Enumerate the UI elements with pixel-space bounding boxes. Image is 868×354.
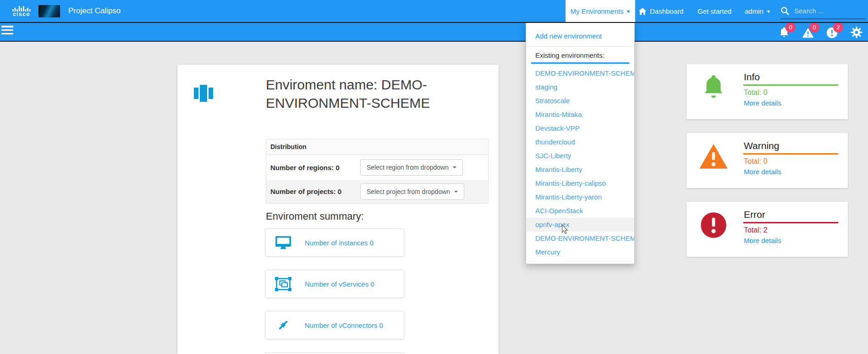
regions-label: Number of regions: 0 [270,164,360,171]
environment-menu-item-hovered[interactable]: opnfv-apex [526,218,634,232]
warning-triangle-icon [698,141,729,171]
nav-dashboard[interactable]: Dashboard [638,0,683,22]
errors-badge: 2 [833,22,843,33]
add-new-environment-link[interactable]: Add new environment [526,28,634,44]
summary-card-label: Number of instances 0 [305,239,374,247]
error-circle-icon [698,210,729,240]
summary-card-partial[interactable] [265,352,404,354]
status-card-underline [743,222,838,223]
warning-status-card: Warning Total: 0 More details [687,133,848,188]
summary-card-label: Number of vConnectors 0 [305,321,383,329]
mouse-cursor [561,225,568,236]
status-card-total: Total: 0 [744,88,768,97]
top-navbar: cisco Project Calipso My Environments Da… [0,0,868,22]
dashboard-label: Dashboard [650,7,683,15]
menu-hamburger-button[interactable] [1,26,14,38]
status-card-total: Total: 0 [744,157,768,166]
select-project-dropdown-button[interactable]: Select project from dropdown [360,183,464,200]
nav-my-environments[interactable]: My Environments [566,0,635,22]
vservices-icon [274,277,292,291]
toolbar-status-icons: 0 0 2 [778,23,863,41]
status-card-underline [743,153,838,155]
summary-card-vconnectors[interactable]: Number of vConnectors 0 [265,311,404,339]
home-icon [638,7,647,15]
vconnectors-icon [274,318,292,332]
status-card-total: Total: 2 [744,226,768,234]
environment-menu-item[interactable]: DEMO-ENVIRONMENT-SCHEME [526,66,634,80]
select-project-label: Select project from dropdown [367,188,450,195]
environment-menu-item[interactable]: SJC-Liberty [526,149,634,163]
more-details-link[interactable]: More details [744,237,781,244]
summary-card-vservices[interactable]: Number of vServices 0 [265,270,404,298]
environment-menu-item[interactable]: Mirantis-Liberty-yaron [526,190,634,204]
cisco-wordmark: cisco [13,12,30,17]
notifications-button[interactable]: 0 [778,26,790,39]
existing-environments-label: Existing environments: [526,51,634,62]
environment-carousel-icon [194,85,213,104]
menu-divider [526,46,634,47]
distribution-header: Distribution [266,139,488,155]
chevron-down-icon [767,11,770,13]
get-started-label: Get started [698,7,731,15]
errors-button[interactable]: 2 [826,26,838,39]
chevron-down-icon [453,166,456,168]
environment-menu-item[interactable]: Stratoscale [526,94,634,108]
existing-environments-underline [531,62,629,64]
environment-menu-item[interactable]: Mirantis-Liberty-calipso [526,177,634,190]
environment-menu-item[interactable]: Mirantis-Mitaka [526,108,634,122]
select-region-dropdown-button[interactable]: Select region from dropdown [360,159,463,176]
my-environments-label: My Environments [571,7,624,15]
app-title: Project Calipso [68,6,121,16]
environments-dropdown-menu: Add new environment Existing environment… [526,23,635,264]
warnings-button[interactable]: 0 [802,26,814,39]
status-card-title: Info [744,72,760,83]
distribution-row-projects: Number of projects: 0 Select project fro… [266,180,488,203]
environment-menu-item[interactable]: thundercloud [526,135,634,149]
info-bell-icon [698,72,729,103]
environment-card: Enviroment name: DEMO-ENVIRONMENT-SCHEME… [177,65,499,354]
distribution-row-regions: Number of regions: 0 Select region from … [266,155,488,180]
environment-menu-item[interactable]: Mirantis-Liberty [526,163,634,177]
username-label: admin [745,7,764,15]
search-box [780,3,866,19]
status-card-title: Warning [744,140,779,151]
environment-menu-item[interactable]: ACI-OpenStack [526,204,634,218]
select-region-label: Select region from dropdown [367,164,449,171]
cisco-bars-icon [12,6,31,11]
environment-menu-item[interactable]: Devstack-VPP [526,122,634,135]
nav-get-started[interactable]: Get started [698,0,731,22]
more-details-link[interactable]: More details [744,168,781,176]
summary-card-instances[interactable]: Number of instances 0 [265,228,404,257]
environment-title: Enviroment name: DEMO-ENVIRONMENT-SCHEME [266,76,464,112]
secondary-toolbar: 0 0 2 [0,23,868,42]
cisco-logo: cisco [11,6,32,17]
brand-group: cisco Project Calipso [11,0,121,22]
status-card-title: Error [744,209,765,220]
environment-summary-heading: Enviroment summary: [266,210,364,222]
chevron-down-icon [626,11,630,13]
monitor-icon [274,236,292,250]
nav-user-menu[interactable]: admin [745,0,770,22]
notifications-badge: 0 [786,22,796,33]
warnings-badge: 0 [809,22,819,33]
brand-thumbnail-image [38,5,60,17]
status-card-underline [743,84,838,86]
gear-icon [851,26,863,39]
distribution-table: Distribution Number of regions: 0 Select… [266,139,489,204]
environment-menu-item[interactable]: Mercury [526,245,634,259]
summary-card-label: Number of vServices 0 [305,280,374,288]
error-status-card: Error Total: 2 More details [687,202,848,257]
search-input[interactable] [793,6,866,15]
more-details-link[interactable]: More details [744,99,781,107]
environment-menu-item[interactable]: DEMO-ENVIRONMENT-SCHEME [526,232,634,245]
chevron-down-icon [454,191,458,193]
environment-menu-item[interactable]: staging [526,80,634,94]
search-icon [780,6,789,15]
projects-label: Number of projects: 0 [270,188,360,195]
navbar-divider [0,22,868,23]
settings-button[interactable] [851,26,863,39]
info-status-card: Info Total: 0 More details [687,64,848,119]
